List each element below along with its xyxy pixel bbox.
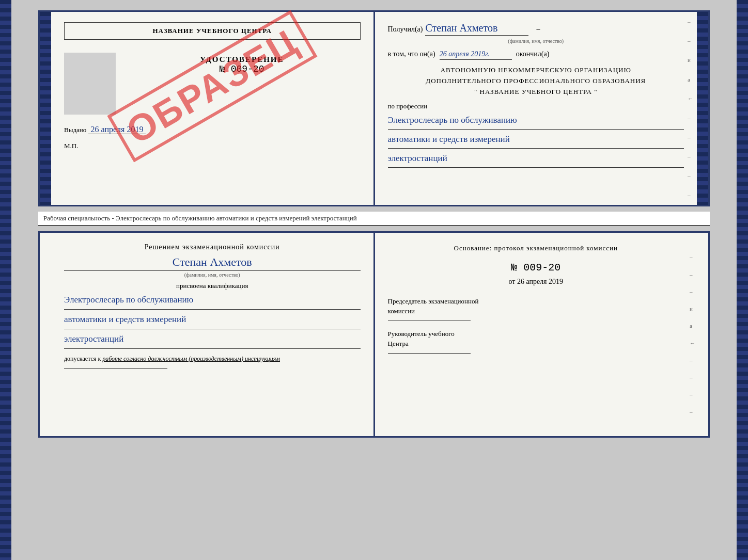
deco-9: –	[688, 173, 695, 179]
b-deco-10: –	[690, 409, 695, 415]
deco-5: ←	[688, 95, 695, 102]
bottom-spine-left	[0, 0, 11, 560]
b-deco-7: –	[690, 357, 695, 363]
vtom-line: в том, что он(а) 26 апреля 2019г. окончи…	[388, 50, 684, 60]
udostoverenie-title: УДОСТОВЕРЕНИЕ	[123, 55, 361, 64]
cert-right-page: Получил(а) Степан Ахметов – (фамилия, им…	[375, 12, 709, 205]
org-line1: АВТОНОМНУЮ НЕКОММЕРЧЕСКУЮ ОРГАНИЗАЦИЮ	[388, 65, 684, 76]
kval-line1: Электрослесарь по обслуживанию	[64, 293, 361, 310]
org-line2: ДОПОЛНИТЕЛЬНОГО ПРОФЕССИОНАЛЬНОГО ОБРАЗО…	[388, 76, 684, 87]
side-deco-top: – – и а ← – – – – –	[688, 12, 695, 205]
top-certificate-book: НАЗВАНИЕ УЧЕБНОГО ЦЕНТРА УДОСТОВЕРЕНИЕ №…	[38, 10, 710, 206]
rukovoditel-line1: Руководитель учебного	[388, 329, 684, 339]
chairman-line2: комиссии	[388, 306, 684, 316]
mp-line: М.П.	[64, 142, 361, 150]
spine-right	[697, 12, 708, 205]
school-name-text: НАЗВАНИЕ УЧЕБНОГО ЦЕНТРА	[152, 27, 272, 35]
poluchil-label: Получил(а)	[388, 25, 423, 34]
vtom-label: в том, что он(а)	[388, 50, 435, 58]
b-deco-6: ←	[690, 340, 695, 346]
bottom-side-deco: – – – и а ← – – – –	[690, 243, 695, 426]
dopuskaetsya-label: допускается к	[64, 355, 101, 362]
org-block: АВТОНОМНУЮ НЕКОММЕРЧЕСКУЮ ОРГАНИЗАЦИЮ ДО…	[388, 65, 684, 97]
b-deco-2: –	[690, 271, 695, 278]
deco-7: –	[688, 134, 695, 140]
vydano-line: Выдано 26 апреля 2019	[64, 125, 361, 134]
deco-4: а	[688, 76, 695, 83]
cert-date: 26 апреля 2019г.	[440, 50, 512, 60]
vydano-label: Выдано	[64, 126, 86, 134]
poluchil-line: Получил(а) Степан Ахметов –	[388, 22, 684, 36]
okonchil-label: окончил(а)	[516, 50, 550, 58]
profession-line2: автоматики и средств измерений	[388, 132, 684, 149]
document-container: НАЗВАНИЕ УЧЕБНОГО ЦЕНТРА УДОСТОВЕРЕНИЕ №…	[38, 10, 710, 438]
deco-10: –	[688, 192, 695, 198]
bottom-right-page: Основание: протокол экзаменационной коми…	[375, 233, 709, 436]
bottom-sig-line	[64, 368, 167, 369]
dopusk-text: работе согласно должностным (производств…	[102, 355, 280, 362]
specialty-label: Рабочая специальность - Электрослесарь п…	[38, 212, 710, 226]
vydano-date: 26 апреля 2019	[88, 125, 146, 134]
kval-line3: электростанций	[64, 332, 361, 349]
chairman-sig-line	[388, 321, 471, 321]
bottom-left-page: Решением экзаменационной комиссии Степан…	[40, 233, 375, 436]
b-deco-3: –	[690, 289, 695, 295]
photo-placeholder	[64, 53, 116, 115]
deco-2: –	[688, 38, 695, 44]
udostoverenie-num: № 009-20	[123, 64, 361, 74]
po-professii-label: по профессии	[388, 102, 684, 110]
ot-date: от 26 апреля 2019	[388, 278, 684, 286]
fio-label: (фамилия, имя, отчество)	[388, 38, 684, 44]
rukovoditel-sig-line	[388, 353, 471, 354]
osnovanie-text: Основание: протокол экзаменационной коми…	[388, 243, 684, 254]
dopuskaetsya-line: допускается к работе согласно должностны…	[64, 355, 361, 363]
school-name-box: НАЗВАНИЕ УЧЕБНОГО ЦЕНТРА	[64, 22, 361, 40]
ot-prefix: от	[508, 278, 515, 285]
prisvoena-line: присвоена квалификация	[64, 282, 361, 290]
ot-date-val: 26 апреля 2019	[517, 278, 563, 285]
b-deco-5: а	[690, 323, 695, 329]
kval-line2: автоматики и средств измерений	[64, 312, 361, 329]
protocol-num: № 009-20	[388, 262, 684, 274]
b-deco-1: –	[690, 254, 695, 260]
bottom-fio-label: (фамилия, имя, отчество)	[64, 272, 361, 278]
cert-left-page: НАЗВАНИЕ УЧЕБНОГО ЦЕНТРА УДОСТОВЕРЕНИЕ №…	[40, 12, 375, 205]
resheniem-title: Решением экзаменационной комиссии	[64, 243, 361, 251]
rukovoditel-line2: Центра	[388, 339, 684, 349]
b-deco-8: –	[690, 374, 695, 380]
profession-line3: электростанций	[388, 151, 684, 168]
bottom-certificate-book: Решением экзаменационной комиссии Степан…	[38, 231, 710, 438]
rukovoditel-block: Руководитель учебного Центра	[388, 329, 684, 354]
bottom-spine-right	[737, 0, 748, 560]
chairman-line1: Председатель экзаменационной	[388, 296, 684, 307]
profession-line1: Электрослесарь по обслуживанию	[388, 113, 684, 130]
b-deco-9: –	[690, 391, 695, 397]
org-line3: " НАЗВАНИЕ УЧЕБНОГО ЦЕНТРА "	[388, 87, 684, 98]
recipient-name: Степан Ахметов	[425, 22, 528, 36]
specialty-text: Рабочая специальность - Электрослесарь п…	[43, 214, 357, 222]
chairman-block: Председатель экзаменационной комиссии	[388, 296, 684, 321]
komissia-name: Степан Ахметов	[64, 255, 361, 271]
deco-6: –	[688, 115, 695, 121]
b-deco-4: и	[690, 306, 695, 312]
deco-3: и	[688, 57, 695, 63]
deco-1: –	[688, 19, 695, 25]
deco-8: –	[688, 153, 695, 159]
